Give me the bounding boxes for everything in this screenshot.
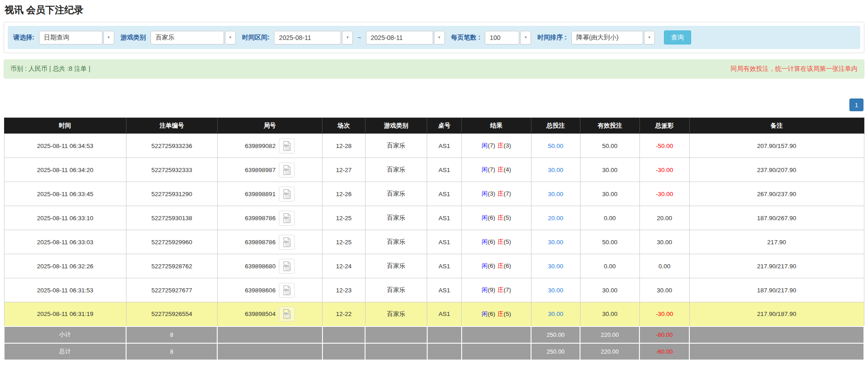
cell-payout: 30.00 — [639, 278, 689, 302]
cell-round-no: 639898680 — [217, 254, 322, 278]
total-bet-link[interactable]: 30.00 — [548, 191, 563, 197]
result-player-points: (7) — [488, 166, 495, 173]
footer-empty-game — [365, 326, 427, 343]
cell-remark: 207.90/157.90 — [689, 134, 864, 158]
result-banker-label: 庄 — [497, 214, 504, 221]
cell-payout: 30.00 — [639, 230, 689, 254]
cell-game-type: 百家乐 — [365, 182, 427, 206]
cell-result: 闲(7)庄(4) — [462, 158, 532, 182]
summary-bar: 币别 : 人民币 | 总共 :8 注单 | 同局有效投注，统一计算在该局第一张注… — [4, 59, 864, 79]
cell-time: 2025-08-11 06:33:10 — [4, 206, 126, 230]
footer-empty-game — [365, 343, 427, 360]
query-type-combo: 日期查询 ▼ — [39, 31, 114, 44]
cell-total-bet: 30.00 — [531, 230, 580, 254]
result-banker-points: (5) — [503, 311, 511, 317]
total-bet-link[interactable]: 30.00 — [548, 287, 563, 294]
cell-valid-bet: 30.00 — [580, 278, 639, 302]
chevron-down-icon[interactable]: ▼ — [434, 31, 445, 44]
cell-table-no: AS1 — [427, 134, 462, 158]
footer-empty-table — [427, 343, 462, 360]
date-from-value[interactable]: 2025-08-11 — [274, 31, 341, 44]
cell-payout: -30.00 — [639, 182, 689, 206]
footer-empty-round — [217, 326, 322, 343]
result-player-points: (6) — [488, 238, 495, 245]
footer-total-bet: 250.00 — [531, 326, 580, 343]
column-header-9: 总派彩 — [639, 118, 689, 134]
cell-game-type: 百家乐 — [365, 158, 427, 182]
column-header-8: 有效投注 — [580, 118, 639, 134]
cell-bet-no: 522725930138 — [126, 206, 217, 230]
filter-bar: 请选择: 日期查询 ▼ 游戏类别 百家乐 ▼ 时间区间: 2025-08-11 … — [8, 26, 860, 49]
time-range-label: 时间区间: — [242, 34, 270, 42]
round-no-text: 639898680 — [245, 263, 276, 270]
cell-session: 12-22 — [322, 302, 366, 326]
cell-remark: 217.90 — [689, 230, 864, 254]
round-no-text: 639899082 — [245, 143, 276, 149]
total-bet-link[interactable]: 50.00 — [548, 143, 563, 149]
query-type-value[interactable]: 日期查询 — [39, 31, 102, 44]
round-no-text: 639898786 — [245, 215, 276, 222]
round-video-button[interactable] — [279, 211, 295, 226]
result-banker-points: (5) — [503, 238, 511, 245]
result-player-label: 闲 — [482, 286, 488, 293]
cell-result: 闲(6)庄(5) — [462, 230, 532, 254]
footer-count: 8 — [126, 343, 217, 360]
round-video-button[interactable] — [279, 306, 295, 321]
table-row: 2025-08-11 06:33:03522725929960639898786… — [4, 230, 864, 254]
cell-valid-bet: 0.00 — [580, 254, 639, 278]
per-page-label: 每页笔数 : — [451, 34, 481, 42]
video-record-icon — [282, 141, 292, 151]
round-video-button[interactable] — [279, 259, 295, 274]
video-record-icon — [282, 189, 292, 199]
column-header-10: 备注 — [689, 118, 864, 134]
cell-result: 闲(6)庄(5) — [462, 206, 532, 230]
total-bet-link[interactable]: 30.00 — [548, 311, 563, 317]
column-header-6: 结果 — [462, 118, 532, 134]
chevron-down-icon[interactable]: ▼ — [644, 31, 655, 44]
page-title: 视讯 会员下注纪录 — [5, 4, 864, 16]
game-type-value[interactable]: 百家乐 — [151, 31, 224, 44]
total-bet-link[interactable]: 30.00 — [548, 239, 563, 246]
date-from-combo: 2025-08-11 ▼ — [274, 31, 353, 44]
round-video-button[interactable] — [279, 283, 295, 298]
video-record-icon — [282, 165, 292, 175]
search-button[interactable]: 查询 — [664, 30, 691, 44]
chevron-down-icon[interactable]: ▼ — [103, 31, 114, 44]
round-video-button[interactable] — [279, 163, 295, 178]
result-banker-label: 庄 — [497, 142, 504, 149]
chevron-down-icon[interactable]: ▼ — [225, 31, 236, 44]
cell-game-type: 百家乐 — [365, 302, 427, 326]
date-to-value[interactable]: 2025-08-11 — [366, 31, 433, 44]
cell-total-bet: 50.00 — [531, 134, 580, 158]
round-cell: 639898786 — [219, 211, 320, 226]
per-page-combo: 100 ▼ — [485, 31, 531, 44]
result-player-label: 闲 — [482, 142, 488, 149]
round-video-button[interactable] — [279, 138, 295, 153]
column-header-0: 时间 — [4, 118, 126, 134]
result-player-points: (7) — [488, 142, 495, 149]
table-row: 2025-08-11 06:31:19522725926554639898504… — [4, 302, 864, 326]
result-player-points: (6) — [488, 311, 495, 317]
table-row: 2025-08-11 06:34:53522725933236639899082… — [4, 134, 864, 158]
cell-time: 2025-08-11 06:34:20 — [4, 158, 126, 182]
chevron-down-icon[interactable]: ▼ — [520, 31, 531, 44]
cell-game-type: 百家乐 — [365, 230, 427, 254]
total-bet-link[interactable]: 20.00 — [548, 215, 563, 222]
per-page-value[interactable]: 100 — [485, 31, 519, 44]
game-type-label: 游戏类别 — [121, 34, 146, 42]
chevron-down-icon[interactable]: ▼ — [342, 31, 353, 44]
select-type-label: 请选择: — [13, 34, 34, 42]
bet-records-table: 时间注单编号局号场次游戏类别桌号结果总投注有效投注总派彩备注 2025-08-1… — [4, 118, 864, 360]
time-sort-value[interactable]: 降幂(由大到小) — [571, 31, 643, 44]
result-player-points: (9) — [488, 286, 495, 293]
cell-bet-no: 522725928762 — [126, 254, 217, 278]
total-bet-link[interactable]: 30.00 — [548, 167, 563, 173]
total-bet-link[interactable]: 30.00 — [548, 263, 563, 270]
cell-remark: 217.90/217.90 — [689, 254, 864, 278]
round-video-button[interactable] — [279, 235, 295, 250]
result-player-points: (6) — [488, 214, 495, 221]
pagination: 1 — [4, 99, 863, 111]
round-video-button[interactable] — [279, 187, 295, 202]
result-player-label: 闲 — [482, 190, 488, 197]
page-1-button[interactable]: 1 — [849, 99, 863, 111]
